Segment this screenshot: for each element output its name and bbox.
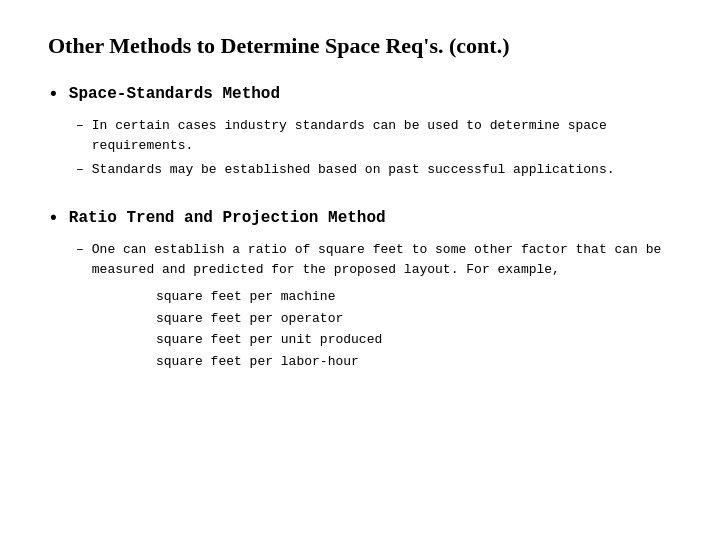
- list-item: square feet per operator: [156, 308, 672, 329]
- dash-item-3: – One can establish a ratio of square fe…: [76, 240, 672, 280]
- dash-text-3: One can establish a ratio of square feet…: [92, 240, 672, 280]
- dash-text-1: In certain cases industry standards can …: [92, 116, 672, 156]
- section-ratio-trend: • Ratio Trend and Projection Method – On…: [48, 209, 672, 373]
- dash-text-2: Standards may be established based on pa…: [92, 160, 615, 180]
- bullet-dot-1: •: [48, 85, 59, 107]
- sub-items-space-standards: – In certain cases industry standards ca…: [76, 116, 672, 180]
- dash-3: –: [76, 240, 84, 260]
- section-header-ratio-trend: • Ratio Trend and Projection Method: [48, 209, 672, 231]
- dash-1: –: [76, 116, 84, 136]
- dash-item-1: – In certain cases industry standards ca…: [76, 116, 672, 156]
- dash-item-2: – Standards may be established based on …: [76, 160, 672, 180]
- list-item: square feet per labor-hour: [156, 351, 672, 372]
- dash-2: –: [76, 160, 84, 180]
- sub-items-ratio-trend: – One can establish a ratio of square fe…: [76, 240, 672, 372]
- section-space-standards: • Space-Standards Method – In certain ca…: [48, 85, 672, 185]
- list-item: square feet per machine: [156, 286, 672, 307]
- indented-list: square feet per machine square feet per …: [156, 286, 672, 372]
- list-item: square feet per unit produced: [156, 329, 672, 350]
- page-title: Other Methods to Determine Space Req's. …: [48, 32, 672, 61]
- section-label-ratio-trend: Ratio Trend and Projection Method: [69, 209, 386, 227]
- bullet-dot-2: •: [48, 209, 59, 231]
- page: Other Methods to Determine Space Req's. …: [0, 0, 720, 540]
- section-header-space-standards: • Space-Standards Method: [48, 85, 672, 107]
- section-label-space-standards: Space-Standards Method: [69, 85, 280, 103]
